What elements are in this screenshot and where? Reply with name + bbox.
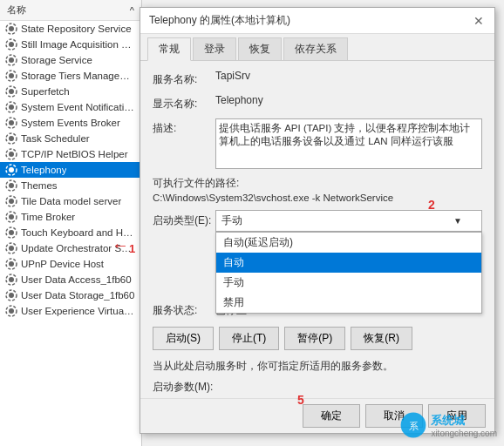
service-item-label: User Experience Virtualizatio...: [21, 306, 136, 316]
service-gear-icon: [5, 274, 17, 286]
service-list-item[interactable]: Task Scheduler: [0, 131, 141, 146]
service-item-label: Storage Service: [21, 55, 92, 65]
service-name-row: 服务名称: TapiSrv: [153, 70, 482, 87]
services-header: 名称 ^: [0, 0, 141, 21]
startup-params-label: 启动参数(M):: [153, 380, 482, 395]
dropdown-option[interactable]: 自动(延迟启动): [216, 233, 481, 253]
display-name-value: Telephony: [215, 94, 482, 106]
svg-point-6: [9, 73, 14, 78]
watermark: 系 系统城 xitongcheng.com: [399, 411, 497, 439]
service-list-item[interactable]: Themes: [0, 178, 141, 193]
collapse-icon: ^: [130, 5, 134, 16]
svg-point-34: [9, 293, 14, 298]
service-item-label: Time Broker: [21, 212, 75, 222]
service-list-item[interactable]: Telephony: [0, 162, 141, 178]
service-item-label: State Repository Service: [21, 24, 132, 34]
service-gear-icon: [5, 117, 17, 129]
description-textarea[interactable]: [215, 118, 482, 169]
annotation-arrow-1: ←: [112, 235, 129, 255]
service-list-item[interactable]: UPnP Device Host: [0, 256, 141, 272]
dialog-titlebar: Telephony 的属性(本地计算机) ✕: [140, 8, 494, 34]
service-item-label: TCP/IP NetBIOS Helper: [21, 149, 128, 159]
dialog-tabs: 常规登录恢复依存关系: [140, 34, 494, 61]
ok-button[interactable]: 确定: [303, 404, 360, 428]
start-button[interactable]: 启动(S): [153, 327, 214, 350]
service-list-item[interactable]: Time Broker: [0, 209, 141, 225]
svg-point-14: [9, 136, 14, 141]
dialog-tab-常规[interactable]: 常规: [147, 37, 191, 61]
service-gear-icon: [5, 226, 17, 239]
service-list-item[interactable]: Storage Service: [0, 52, 141, 68]
service-gear-icon: [5, 132, 17, 145]
services-column-header: 名称: [7, 3, 26, 17]
startup-type-row: 启动类型(E): 手动 ▼ 自动(延迟启动)自动手动禁用: [153, 210, 482, 232]
svg-point-24: [9, 214, 14, 220]
svg-point-30: [9, 261, 14, 267]
dropdown-option[interactable]: 自动: [216, 253, 481, 273]
service-list-item[interactable]: Still Image Acquisition Event: [0, 37, 141, 52]
service-gear-icon: [5, 70, 17, 82]
action-buttons-row: 启动(S) 停止(T) 暂停(P) 恢复(R): [153, 327, 482, 350]
dialog-title: Telephony 的属性(本地计算机): [149, 13, 290, 28]
svg-point-4: [9, 57, 14, 63]
svg-text:系: 系: [409, 421, 419, 431]
service-list-item[interactable]: User Experience Virtualizatio...: [0, 303, 141, 319]
watermark-logo-icon: 系: [399, 411, 427, 439]
display-name-label: 显示名称:: [153, 94, 215, 112]
service-gear-icon: [5, 54, 17, 66]
startup-type-selected-value: 手动: [221, 213, 242, 228]
startup-type-select[interactable]: 手动 ▼: [215, 210, 482, 232]
service-item-label: UPnP Device Host: [21, 259, 104, 269]
startup-type-menu: 自动(延迟启动)自动手动禁用: [215, 232, 482, 314]
service-name-label: 服务名称:: [153, 70, 215, 87]
svg-point-18: [9, 167, 14, 172]
resume-button[interactable]: 恢复(R): [351, 327, 412, 350]
service-gear-icon: [5, 242, 17, 254]
service-list-item[interactable]: Storage Tiers Management: [0, 68, 141, 84]
svg-point-22: [9, 199, 14, 204]
svg-point-32: [9, 277, 14, 282]
svg-point-2: [9, 42, 14, 47]
properties-dialog: Telephony 的属性(本地计算机) ✕ 常规登录恢复依存关系 服务名称: …: [140, 7, 495, 434]
service-list-item[interactable]: Superfetch: [0, 84, 141, 99]
watermark-site-name: 系统城: [431, 413, 497, 429]
status-label: 服务状态:: [153, 303, 215, 318]
service-gear-icon: [5, 179, 17, 192]
service-list-item[interactable]: System Events Broker: [0, 115, 141, 131]
service-gear-icon: [5, 38, 17, 51]
service-gear-icon: [5, 305, 17, 317]
service-gear-icon: [5, 148, 17, 160]
service-list-item[interactable]: TCP/IP NetBIOS Helper: [0, 146, 141, 162]
watermark-url: xitongcheng.com: [431, 429, 497, 438]
svg-point-26: [9, 230, 14, 235]
service-list-item[interactable]: User Data Access_1fb60: [0, 272, 141, 287]
service-item-label: System Event Notification Se...: [21, 102, 136, 112]
service-list-item[interactable]: User Data Storage_1fb60: [0, 287, 141, 303]
services-list: State Repository ServiceStill Image Acqu…: [0, 21, 141, 446]
svg-point-8: [9, 89, 14, 94]
service-list-item[interactable]: Tile Data model server: [0, 193, 141, 209]
service-item-label: Task Scheduler: [21, 133, 90, 144]
dropdown-option[interactable]: 手动: [216, 273, 481, 293]
stop-button[interactable]: 停止(T): [219, 327, 279, 350]
badge-5: 5: [297, 393, 304, 407]
description-label: 描述:: [153, 118, 215, 136]
svg-point-16: [9, 152, 14, 157]
svg-point-12: [9, 120, 14, 125]
badge-1: 1: [129, 242, 135, 255]
dropdown-option[interactable]: 禁用: [216, 293, 481, 313]
service-item-label: Telephony: [21, 165, 66, 175]
service-list-item[interactable]: State Repository Service: [0, 21, 141, 37]
dialog-tab-登录[interactable]: 登录: [193, 37, 236, 60]
dialog-body: 服务名称: TapiSrv 显示名称: Telephony 描述: 可执行文件的…: [140, 61, 494, 426]
dropdown-arrow-icon: ▼: [453, 216, 462, 226]
dialog-tab-依存关系[interactable]: 依存关系: [283, 37, 348, 60]
startup-type-dropdown-container: 手动 ▼ 自动(延迟启动)自动手动禁用: [215, 210, 482, 232]
pause-button[interactable]: 暂停(P): [284, 327, 345, 350]
service-gear-icon: [5, 289, 17, 301]
services-panel: 名称 ^ State Repository ServiceStill Image…: [0, 0, 142, 446]
close-button[interactable]: ✕: [472, 14, 486, 28]
service-item-label: Superfetch: [21, 86, 70, 97]
service-list-item[interactable]: System Event Notification Se...: [0, 99, 141, 115]
dialog-tab-恢复[interactable]: 恢复: [238, 37, 282, 60]
